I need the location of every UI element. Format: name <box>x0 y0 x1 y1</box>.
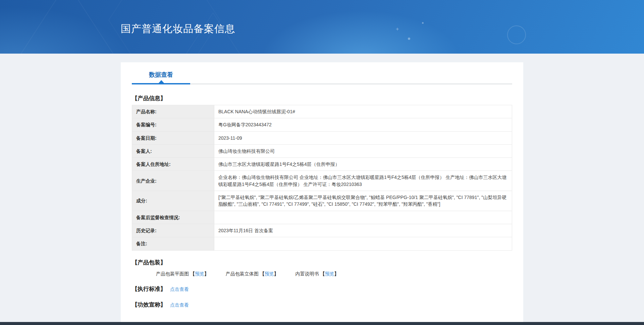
active-tab-underline <box>132 83 190 84</box>
row-registrant-address: 备案人住所地址: 佛山市三水区大塘镇彩暖星路1号F4之5栋4层（住所申报） <box>132 158 512 171</box>
row-registrant: 备案人: 佛山琦妆生物科技有限公司 <box>132 144 512 157</box>
efficacy-claim-row: 【功效宣称】点击查看 <box>132 301 512 309</box>
field-value: ["聚二甲基硅氧烷", "聚二甲基硅氧烷/乙烯基聚二甲基硅氧烷交联聚合物", "… <box>214 191 512 211</box>
packaging-links-row: 产品包装平面图 【预览】 产品包装立体图 【预览】 内置说明书 【预览】 <box>156 271 512 277</box>
efficacy-claim-title: 【功效宣称】 <box>132 302 166 308</box>
field-label: 备案编号: <box>132 118 214 131</box>
tab-data-view[interactable]: 数据查看 <box>132 71 190 79</box>
page-header: + 国产普通化妆品备案信息 <box>0 0 644 54</box>
content-card: 数据查看 【产品信息】 产品名称: BLACK NANA心动情愫丝绒唇泥-01#… <box>121 62 523 323</box>
packaging-item-flat: 产品包装平面图 【预览】 <box>156 271 210 276</box>
field-label: 备案人: <box>132 144 214 157</box>
packaging-item-3d: 产品包装立体图 【预览】 <box>226 271 280 276</box>
section-packaging-title: 【产品包装】 <box>132 259 512 266</box>
row-remarks: 备注: <box>132 237 512 250</box>
ring-decoration <box>507 25 526 44</box>
field-label: 历史记录: <box>132 224 214 237</box>
row-product-name: 产品名称: BLACK NANA心动情愫丝绒唇泥-01# <box>132 105 512 118</box>
field-label: 备注: <box>132 237 214 250</box>
row-history: 历史记录: 2023年11月16日 首次备案 <box>132 224 512 237</box>
packaging-item-label: 内置说明书 <box>296 271 319 276</box>
tab-bar: 数据查看 <box>132 62 512 84</box>
dot-decoration <box>422 22 424 24</box>
exec-standard-title: 【执行标准】 <box>132 286 166 292</box>
packaging-item-label: 产品包装平面图 <box>156 271 189 276</box>
field-value: 佛山琦妆生物科技有限公司 <box>214 144 512 157</box>
bracket-close: 】 <box>334 271 339 276</box>
page-title: 国产普通化妆品备案信息 <box>121 22 235 36</box>
row-ingredients: 成分: ["聚二甲基硅氧烷", "聚二甲基硅氧烷/乙烯基聚二甲基硅氧烷交联聚合物… <box>132 191 512 211</box>
preview-link-flat[interactable]: 预览 <box>195 271 204 276</box>
bracket-close: 】 <box>274 271 279 276</box>
efficacy-claim-view-link[interactable]: 点击查看 <box>170 302 189 308</box>
field-value <box>214 211 512 224</box>
bracket-open: 【 <box>320 271 325 276</box>
field-value: 企业名称：佛山琦妆生物科技有限公司 企业地址：佛山市三水区大塘镇彩暖星路1号F4… <box>214 171 512 191</box>
row-record-number: 备案编号: 粤G妆网备字2023443472 <box>132 118 512 131</box>
field-label: 备案后监督检查情况: <box>132 211 214 224</box>
field-label: 备案人住所地址: <box>132 158 214 171</box>
exec-standard-row: 【执行标准】点击查看 <box>132 285 512 293</box>
bracket-close: 】 <box>204 271 209 276</box>
field-value: BLACK NANA心动情愫丝绒唇泥-01# <box>214 105 512 118</box>
field-value: 粤G妆网备字2023443472 <box>214 118 512 131</box>
field-value: 佛山市三水区大塘镇彩暖星路1号F4之5栋4层（住所申报） <box>214 158 512 171</box>
bottom-dark-bar <box>0 322 644 325</box>
active-tab-arrow <box>159 80 164 83</box>
dot-decoration <box>408 38 410 40</box>
bracket-open: 【 <box>190 271 195 276</box>
product-info-table: 产品名称: BLACK NANA心动情愫丝绒唇泥-01# 备案编号: 粤G妆网备… <box>132 105 512 251</box>
exec-standard-view-link[interactable]: 点击查看 <box>170 286 189 292</box>
field-value: 2023年11月16日 首次备案 <box>214 224 512 237</box>
field-label: 产品名称: <box>132 105 214 118</box>
row-manufacturer: 生产企业: 企业名称：佛山琦妆生物科技有限公司 企业地址：佛山市三水区大塘镇彩暖… <box>132 171 512 191</box>
field-label: 成分: <box>132 191 214 211</box>
preview-link-manual[interactable]: 预览 <box>325 271 334 276</box>
field-value <box>214 237 512 250</box>
cube-decoration <box>18 0 116 54</box>
packaging-item-manual: 内置说明书 【预览】 <box>296 271 339 276</box>
plus-decoration: + <box>396 26 399 32</box>
row-record-date: 备案日期: 2023-11-09 <box>132 131 512 144</box>
field-value: 2023-11-09 <box>214 131 512 144</box>
preview-link-3d[interactable]: 预览 <box>265 271 274 276</box>
section-product-info-title: 【产品信息】 <box>132 94 512 102</box>
field-label: 备案日期: <box>132 131 214 144</box>
row-supervision: 备案后监督检查情况: <box>132 211 512 224</box>
field-label: 生产企业: <box>132 171 214 191</box>
packaging-item-label: 产品包装立体图 <box>226 271 259 276</box>
bracket-open: 【 <box>260 271 265 276</box>
